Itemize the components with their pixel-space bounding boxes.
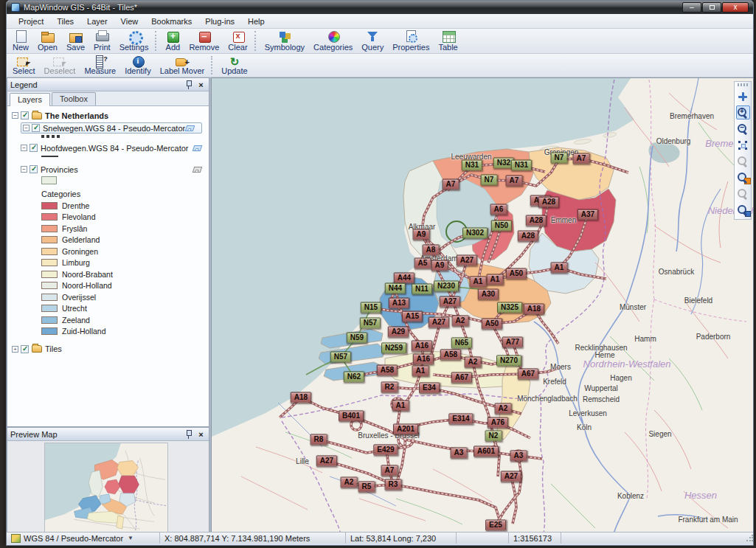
menu-item[interactable]: Help xyxy=(242,15,271,27)
close-button[interactable]: x xyxy=(722,2,749,13)
category-item[interactable]: Noord-Brabant xyxy=(41,269,209,279)
road-shield: A44 xyxy=(394,273,415,284)
maximize-button[interactable] xyxy=(702,2,721,13)
menu-item[interactable]: Tiles xyxy=(51,15,80,27)
toolbar-button[interactable]: Clear xyxy=(223,30,252,52)
road-shield: A27 xyxy=(501,471,521,482)
tree-group-tiles[interactable]: + Tiles xyxy=(12,344,209,355)
map-tool-button[interactable] xyxy=(736,154,750,168)
menu-item[interactable]: View xyxy=(115,15,145,27)
tree-layer-snelwegen[interactable]: − Snelwegen.WGS 84 - Pseudo-Mercator xyxy=(21,122,202,133)
road-shield: N57 xyxy=(330,352,351,363)
status-bar: WGS 84 / Pseudo-Mercator ▼ X: 804.887,71… xyxy=(7,532,754,544)
pin-icon[interactable] xyxy=(184,80,193,90)
menu-item[interactable]: Layer xyxy=(81,15,114,27)
toolbar-button[interactable]: Save xyxy=(62,30,89,52)
tree-group-netherlands[interactable]: − The Netherlands xyxy=(12,110,209,121)
category-item[interactable]: Drenthe xyxy=(41,201,209,210)
toolbar-button[interactable]: Symbology xyxy=(260,30,309,52)
close-icon[interactable]: × xyxy=(196,429,206,440)
toolbar-icon xyxy=(40,30,55,43)
category-item[interactable]: Zeeland xyxy=(41,315,209,325)
road-shield: A18 xyxy=(524,304,544,315)
legend-tab[interactable]: Layers xyxy=(10,93,50,106)
road-shield: B401 xyxy=(339,411,364,422)
toolbar-button[interactable]: Measure xyxy=(80,55,120,76)
road-shield: A3 xyxy=(510,451,527,462)
road-shield: R8 xyxy=(311,434,327,445)
toolbar-button[interactable]: Table xyxy=(434,30,462,52)
checkbox-netherlands[interactable] xyxy=(21,111,29,119)
category-item[interactable]: Noord-Holland xyxy=(41,281,209,291)
expand-icon[interactable]: + xyxy=(12,346,18,353)
toolbar-button[interactable]: Add xyxy=(161,30,184,52)
road-shield: A13 xyxy=(389,298,409,309)
menu-item[interactable]: Project xyxy=(13,15,49,27)
toolbar-grip[interactable] xyxy=(738,83,748,86)
map-tool-button[interactable] xyxy=(736,187,750,201)
checkbox-tiles[interactable] xyxy=(21,345,29,353)
collapse-icon[interactable]: − xyxy=(23,125,30,131)
label-tag-icon[interactable] xyxy=(193,145,203,151)
preview-map-image[interactable] xyxy=(44,443,168,533)
collapse-icon[interactable]: − xyxy=(21,166,27,173)
projection-selector[interactable]: WGS 84 / Pseudo-Mercator ▼ xyxy=(7,533,160,544)
resize-grip[interactable] xyxy=(746,535,753,542)
toolbar-button[interactable]: Update xyxy=(217,55,252,76)
toolbar-button[interactable]: New xyxy=(8,30,33,52)
pin-icon[interactable] xyxy=(184,429,193,440)
close-icon[interactable]: × xyxy=(196,80,206,90)
toolbar-button[interactable]: Identify xyxy=(120,55,155,76)
tree-layer-hoofdwegen[interactable]: − Hoofdwegen.WGS 84 - Pseudo-Mercator xyxy=(21,142,209,153)
map-tool-icon xyxy=(737,204,749,216)
label-tag-icon[interactable] xyxy=(193,167,203,173)
toolbar-button[interactable]: Select xyxy=(8,55,40,76)
map-canvas[interactable]: LeeuwardenGroningenAlkmaarAmsterdamEmmen… xyxy=(211,77,754,533)
toolbar-button[interactable]: Deselect xyxy=(40,55,80,76)
minimize-button[interactable]: – xyxy=(682,2,701,13)
checkbox-snelwegen[interactable] xyxy=(32,124,40,132)
toolbar-button[interactable]: Print xyxy=(89,30,115,52)
legend-title: Legend xyxy=(10,80,184,89)
road-shield: A27 xyxy=(440,296,460,308)
menu-item[interactable]: Bookmarks xyxy=(145,15,198,27)
collapse-icon[interactable]: − xyxy=(21,145,27,151)
city-label: Lille xyxy=(296,457,309,465)
checkbox-hoofdwegen[interactable] xyxy=(30,144,38,152)
legend-tab[interactable]: Toolbox xyxy=(52,92,96,105)
city-label: Krefeld xyxy=(543,378,566,386)
category-item[interactable]: Zuid-Holland xyxy=(41,327,209,336)
label-tag-icon[interactable] xyxy=(185,125,195,131)
category-item[interactable]: Utrecht xyxy=(41,304,209,313)
toolbar-button[interactable]: Open xyxy=(33,30,62,52)
road-shield: A1 xyxy=(392,400,409,412)
city-label: Hagen xyxy=(610,374,631,382)
toolbar-button[interactable]: Query xyxy=(357,30,388,52)
category-item[interactable]: Fryslân xyxy=(41,223,209,233)
road-shield: N59 xyxy=(347,333,367,344)
toolbar-button[interactable]: Properties xyxy=(388,30,434,52)
map-tool-button[interactable] xyxy=(736,122,750,136)
road-shield: E429 xyxy=(373,445,398,456)
toolbar-button[interactable]: Settings xyxy=(115,30,153,52)
toolbar-button[interactable]: Remove xyxy=(184,30,223,52)
menu-item[interactable]: Plug-ins xyxy=(199,15,240,27)
category-item[interactable]: Flevoland xyxy=(41,212,209,222)
category-item[interactable]: Limburg xyxy=(41,258,209,268)
map-tool-button[interactable] xyxy=(736,138,750,152)
category-swatch xyxy=(41,213,58,221)
category-item[interactable]: Overijssel xyxy=(41,292,209,302)
map-tool-button[interactable] xyxy=(736,89,750,103)
toolbar-button[interactable]: Label Mover xyxy=(156,55,209,76)
category-swatch xyxy=(41,271,58,278)
category-item[interactable]: Groningen xyxy=(41,246,209,256)
map-tool-button[interactable] xyxy=(736,170,750,184)
toolbar-button[interactable]: Categories xyxy=(309,30,357,52)
map-tool-button[interactable] xyxy=(736,105,750,119)
tree-layer-provincies[interactable]: − Provincies xyxy=(21,164,209,175)
road-shield: N50 xyxy=(491,221,512,232)
checkbox-provincies[interactable] xyxy=(30,165,38,173)
category-item[interactable]: Gelderland xyxy=(41,235,209,245)
collapse-icon[interactable]: − xyxy=(12,112,18,119)
map-tool-button[interactable] xyxy=(736,203,750,217)
